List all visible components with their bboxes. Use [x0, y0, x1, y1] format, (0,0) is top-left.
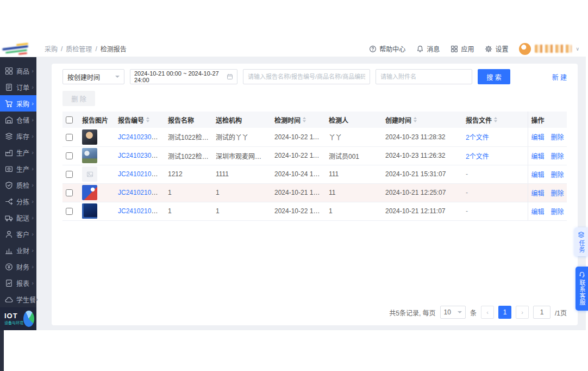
- column-test-time[interactable]: 检测时间: [271, 112, 326, 128]
- column-report-name: 报告名称: [165, 112, 212, 128]
- delete-link[interactable]: 删除: [551, 188, 564, 197]
- column-agency: 送检机构: [212, 112, 271, 128]
- sidebar-item-finance[interactable]: 财务 ›: [0, 258, 36, 275]
- next-page-button[interactable]: ›: [516, 306, 529, 319]
- sidebar-item-reports[interactable]: 报表 ›: [0, 275, 36, 291]
- files-link[interactable]: 2个文件: [466, 153, 489, 160]
- tasks-floating-tab[interactable]: 任务: [574, 227, 588, 256]
- logo-stroke-red: [18, 52, 27, 55]
- table-row: JC24102300005 测试1022检测报告 深圳市观麦网络科技 2024-…: [62, 146, 567, 165]
- edit-link[interactable]: 编辑: [531, 188, 545, 197]
- sidebar-item-student-meals[interactable]: 学生餐 ›: [0, 291, 36, 307]
- pagination-unit: 条: [470, 308, 477, 317]
- app-logo[interactable]: [0, 41, 45, 57]
- report-no-link[interactable]: JC24102300005: [118, 152, 165, 159]
- created-time-cell: 2024-10-23 11:26:32: [382, 146, 462, 165]
- chevron-right-icon: ›: [32, 199, 34, 205]
- sidebar-item-delivery[interactable]: 配送 ›: [0, 209, 36, 226]
- sidebar-item-sorting[interactable]: 分拣 ›: [0, 193, 36, 209]
- cloud-icon: [5, 295, 13, 304]
- attachment-search-input[interactable]: [380, 73, 467, 80]
- row-checkbox[interactable]: [66, 171, 73, 178]
- created-time-cell: 2024-10-21 15:31:07: [382, 165, 462, 183]
- sidebar-item-label: 仓储: [16, 115, 29, 125]
- chevron-right-icon: ›: [32, 166, 34, 172]
- sidebar-item-procurement[interactable]: 采购 ›: [0, 95, 36, 112]
- sidebar-item-production-2[interactable]: 生产 ›: [0, 160, 36, 177]
- report-no-link[interactable]: JC24102300006: [118, 133, 165, 141]
- column-report-no[interactable]: 报告编号: [115, 112, 165, 128]
- row-checkbox[interactable]: [66, 208, 73, 215]
- date-range-picker[interactable]: 2024-10-21 00:00 ~ 2024-10-27 24:00: [130, 69, 237, 84]
- layers-icon: [578, 231, 585, 238]
- agency-cell: 1: [212, 183, 271, 202]
- sidebar-item-label: 分拣: [16, 197, 29, 206]
- sort-icon[interactable]: [303, 117, 306, 122]
- row-checkbox[interactable]: [66, 152, 73, 159]
- sort-icon[interactable]: [494, 117, 497, 122]
- chevron-right-icon: ›: [32, 231, 34, 237]
- sort-icon[interactable]: [146, 117, 149, 122]
- sidebar-item-goods[interactable]: 商品 ›: [0, 63, 36, 79]
- row-checkbox[interactable]: [66, 189, 73, 196]
- keyword-search-input[interactable]: [248, 73, 365, 80]
- sidebar-item-quality[interactable]: 质检 ›: [0, 177, 36, 193]
- chevron-right-icon: ›: [32, 280, 34, 286]
- apps-button[interactable]: 应用: [451, 44, 474, 53]
- messages-button[interactable]: 消息: [416, 44, 440, 53]
- breadcrumb-item[interactable]: 质检管理: [66, 44, 92, 53]
- gear-icon: [485, 45, 492, 53]
- report-no-link[interactable]: JC24102100003: [118, 189, 165, 196]
- created-time-cell: 2024-10-23 11:28:32: [382, 128, 462, 146]
- delete-link[interactable]: 删除: [551, 170, 564, 179]
- sort-icon[interactable]: [414, 117, 417, 122]
- iot-logo-icon: [23, 311, 34, 327]
- delete-link[interactable]: 删除: [551, 132, 564, 141]
- delete-link[interactable]: 删除: [551, 207, 564, 216]
- column-actions: 操作: [528, 112, 567, 128]
- report-no-link[interactable]: JC24102100005: [118, 170, 165, 178]
- blue-red-photo-thumbnail[interactable]: [82, 185, 97, 200]
- row-checkbox[interactable]: [66, 134, 73, 141]
- edit-link[interactable]: 编辑: [531, 132, 545, 141]
- apps-label: 应用: [461, 44, 474, 53]
- breadcrumb-item[interactable]: 采购: [45, 44, 58, 53]
- user-menu[interactable]: ∨: [519, 43, 579, 55]
- customer-service-floating-tab[interactable]: 联系客服: [576, 267, 588, 311]
- bell-icon: [416, 45, 424, 53]
- files-link[interactable]: 2个文件: [466, 134, 489, 141]
- create-new-button[interactable]: 新 建: [552, 72, 567, 82]
- sidebar-item-orders[interactable]: 订单 ›: [0, 79, 36, 95]
- sidebar-item-warehouse[interactable]: 仓储 ›: [0, 112, 36, 128]
- delete-link[interactable]: 删除: [551, 151, 564, 160]
- shield-check-icon: [5, 181, 13, 189]
- batch-delete-button[interactable]: 删 除: [62, 91, 95, 106]
- edit-link[interactable]: 编辑: [531, 151, 545, 160]
- person-photo-thumbnail[interactable]: [82, 129, 97, 145]
- calendar-icon: [227, 73, 233, 80]
- current-page-button[interactable]: 1: [498, 306, 511, 319]
- search-button[interactable]: 搜 索: [478, 69, 510, 84]
- settings-button[interactable]: 设置: [485, 44, 508, 53]
- column-created-time[interactable]: 创建时间: [382, 112, 462, 128]
- page-jump-input[interactable]: 1: [533, 306, 551, 319]
- report-no-link[interactable]: JC24102100001: [118, 207, 165, 215]
- sidebar-item-business-finance[interactable]: 业财 ›: [0, 242, 36, 258]
- edit-link[interactable]: 编辑: [531, 207, 545, 216]
- production-2-icon: [5, 165, 13, 173]
- page-size-select[interactable]: 10: [440, 306, 466, 319]
- column-report-files[interactable]: 报告文件: [462, 112, 528, 128]
- edit-link[interactable]: 编辑: [531, 170, 545, 179]
- group-photo-thumbnail[interactable]: [82, 148, 97, 163]
- sidebar-item-customers[interactable]: 客户 ›: [0, 226, 36, 242]
- pagination: 共5条记录, 每页 10 条 ‹ 1 › 1 /1页: [62, 306, 567, 319]
- sidebar-item-production[interactable]: 生产 ›: [0, 144, 36, 160]
- sidebar-footer-logo: IOT 设备与环境: [0, 307, 36, 330]
- dark-photo-thumbnail[interactable]: [82, 203, 97, 219]
- select-all-checkbox[interactable]: [66, 116, 73, 123]
- sidebar-item-inventory[interactable]: 库存 ›: [0, 128, 36, 144]
- help-center-button[interactable]: 帮助中心: [369, 44, 405, 53]
- placeholder-thumbnail[interactable]: [82, 166, 97, 182]
- time-type-select[interactable]: 按创建时间: [62, 69, 124, 84]
- prev-page-button[interactable]: ‹: [481, 306, 494, 319]
